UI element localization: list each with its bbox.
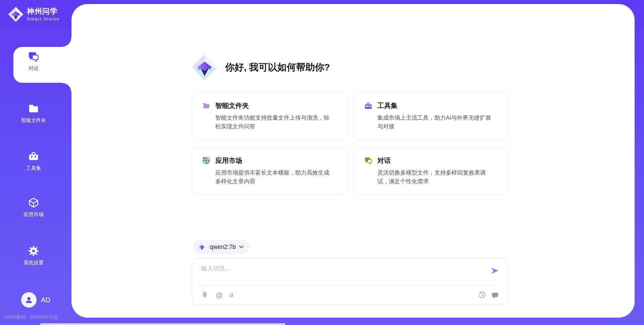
gear-icon [28,245,39,257]
composer-divider [200,286,500,286]
sidebar-item-label: 应用市场 [23,211,44,218]
message-input[interactable] [200,264,480,284]
main-panel: 你好, 我可以如何帮助你? 智能文件夹 智能文件夹功能支持批量文件上传与清洗，轻… [71,4,635,318]
mention-icon[interactable]: @ [216,291,223,299]
model-gem-icon [198,243,206,251]
chat-bubbles-icon [364,156,372,165]
cube-icon [28,197,39,208]
card-title: 智能文件夹 [215,101,249,110]
brand: 神州问学 Smart Vision [8,7,59,22]
attach-icon[interactable] [201,290,209,299]
card-title: 对话 [377,156,391,165]
model-name: qwen2:7b [210,244,236,251]
feature-cards: 智能文件夹 智能文件夹功能支持批量文件上传与清洗，轻松实现文件问答 工具集 集成… [192,92,509,195]
avatar [21,292,37,308]
greeting-row: 你好, 我可以如何帮助你? [192,54,330,80]
folder-open-icon [202,102,210,110]
sidebar-item-label: 智能文件夹 [21,117,46,124]
cube-grid-icon [202,156,210,165]
history-icon[interactable] [478,291,486,299]
model-selector[interactable]: qwen2:7b [193,240,250,254]
sidebar-item-label: 工具集 [26,165,41,172]
brand-subtitle: Smart Vision [27,16,59,21]
chevron-down-icon [239,246,244,248]
greeting-text: 你好, 我可以如何帮助你? [225,61,330,74]
card-app-market[interactable]: 应用市场 应用市场提供丰富长文本模板，助力高效生成多样化文章内容 [192,147,347,195]
brand-gem-icon [8,7,23,22]
sidebar-item-label: 系统设置 [23,260,44,266]
sidebar-item-settings[interactable]: 系统设置 [0,245,67,266]
tab-fillet-bottom [62,83,71,92]
sidebar: 神州问学 Smart Vision 对话 智能文件夹 工具集 [0,0,71,325]
send-button[interactable] [490,266,499,275]
tab-fillet-top [62,38,71,47]
sidebar-item-label: 对话 [29,65,39,72]
sidebar-item-app-market[interactable]: 应用市场 [0,197,67,218]
sidebar-item-chat[interactable]: 对话 [0,51,67,72]
briefcase-icon [364,102,372,110]
user-name: AD [41,296,50,304]
sidebar-item-smart-folder[interactable]: 智能文件夹 [0,103,67,124]
hashtag-icon[interactable]: # [229,291,233,299]
user-row[interactable]: AD [0,292,71,308]
briefcase-icon [28,151,39,162]
card-description: 灵活切换多模型文件，支持多样回复效果调试，满足个性化需求 [377,169,495,186]
copyright-footer: ©神州数码 · 神州问学出品 [3,314,58,320]
chat-bubbles-icon [28,51,39,62]
card-title: 应用市场 [215,156,242,165]
greeting-gem-icon [192,54,218,80]
card-description: 集成市场上主流工具，助力AI与外界无缝扩展与对接 [377,114,495,131]
message-composer: @ # [192,258,507,305]
card-chat[interactable]: 对话 灵活切换多模型文件，支持多样回复效果调试，满足个性化需求 [354,147,509,195]
person-icon [24,296,33,304]
card-description: 应用市场提供丰富长文本模板，助力高效生成多样化文章内容 [215,169,333,186]
folder-icon [28,103,39,114]
window-edge-strip [40,323,285,325]
sidebar-item-toolset[interactable]: 工具集 [0,151,67,172]
feedback-chat-icon[interactable] [491,291,499,299]
card-smart-folder[interactable]: 智能文件夹 智能文件夹功能支持批量文件上传与清洗，轻松实现文件问答 [192,92,347,140]
card-description: 智能文件夹功能支持批量文件上传与清洗，轻松实现文件问答 [215,114,333,131]
card-title: 工具集 [377,101,397,110]
card-toolset[interactable]: 工具集 集成市场上主流工具，助力AI与外界无缝扩展与对接 [354,92,509,140]
brand-name: 神州问学 [27,7,59,15]
